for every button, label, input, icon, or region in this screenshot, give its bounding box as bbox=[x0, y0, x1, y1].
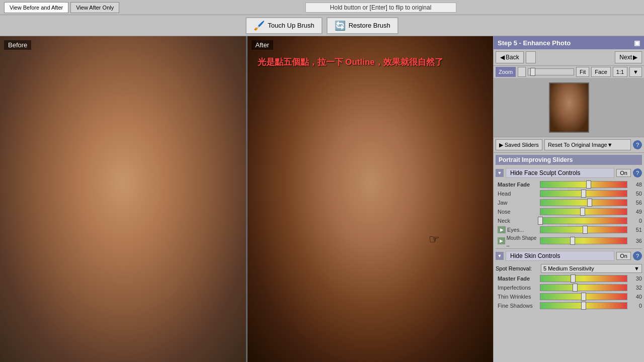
reset-dropdown-button[interactable]: Reset To Original Image ▼ bbox=[544, 139, 631, 150]
skin-on-button[interactable]: On bbox=[616, 252, 631, 260]
step-resize-icon[interactable]: ▣ bbox=[634, 39, 640, 47]
neck-row: Neck 0 bbox=[496, 217, 642, 224]
before-label: Before bbox=[4, 40, 31, 50]
saved-sliders-button[interactable]: ▶ Saved Sliders bbox=[496, 139, 542, 150]
eyes-track[interactable] bbox=[540, 226, 627, 233]
restore-icon: 🔄 bbox=[335, 20, 346, 31]
dropdown-arrow-icon: ▼ bbox=[607, 142, 613, 148]
skin-label: Hide Skin Controls bbox=[506, 251, 614, 261]
skin-collapse-button[interactable]: ▼ bbox=[496, 252, 504, 260]
skin-help[interactable]: ? bbox=[633, 251, 642, 260]
zoom-more-button[interactable]: ▼ bbox=[629, 67, 642, 77]
neck-value: 0 bbox=[629, 218, 642, 224]
master-fade2-thumb[interactable] bbox=[571, 275, 576, 283]
fine-shadows-thumb[interactable] bbox=[581, 302, 586, 310]
head-value: 50 bbox=[629, 191, 642, 197]
imperfections-thumb[interactable] bbox=[573, 284, 578, 292]
skin-section-header: ▼ Hide Skin Controls On ? bbox=[496, 251, 642, 261]
jaw-track[interactable] bbox=[540, 199, 627, 206]
zoom-slider-track[interactable] bbox=[528, 68, 574, 75]
master-fade-value: 48 bbox=[629, 182, 642, 188]
thumbnail-image bbox=[549, 82, 589, 133]
imperfections-label: Imperfections bbox=[498, 285, 538, 291]
fine-shadows-row: Fine Shadows 0 bbox=[496, 302, 642, 309]
thin-wrinkles-track[interactable] bbox=[540, 293, 627, 300]
face-sculpt-on-button[interactable]: On bbox=[616, 169, 631, 177]
zoom-bar: Zoom Fit Face 1:1 ▼ bbox=[494, 66, 644, 78]
imperfections-track[interactable] bbox=[540, 284, 627, 291]
eyes-thumb[interactable] bbox=[583, 226, 588, 234]
fit-button[interactable]: Fit bbox=[576, 67, 589, 77]
head-thumb[interactable] bbox=[581, 190, 586, 198]
play-icon: ▶ bbox=[499, 142, 503, 148]
overlay-text: 光是點五個點，拉一下 Outline，效果就很自然了 bbox=[258, 56, 484, 68]
zoom-label: Zoom bbox=[496, 67, 516, 77]
thin-wrinkles-value: 40 bbox=[629, 294, 642, 300]
mouth-track[interactable] bbox=[540, 237, 627, 244]
thin-wrinkles-row: Thin Wrinkles 40 bbox=[496, 293, 642, 300]
restore-brush-label: Restore Brush bbox=[349, 22, 390, 29]
master-fade-thumb[interactable] bbox=[586, 180, 591, 189]
face-sculpt-section-header: ▼ Hide Face Sculpt Controls On ? bbox=[496, 168, 642, 178]
back-button[interactable]: ◀ Back bbox=[496, 51, 524, 63]
zoom-percent-button[interactable]: 1:1 bbox=[613, 67, 627, 77]
after-label: After bbox=[252, 40, 273, 50]
help-button[interactable]: ? bbox=[633, 140, 642, 149]
after-pane: After 光是點五個點，拉一下 Outline，效果就很自然了 ☞ bbox=[248, 36, 494, 362]
spot-removal-value: 5 Medium Sensitivity bbox=[543, 265, 594, 272]
thumbnail-area bbox=[494, 78, 644, 137]
nose-value: 49 bbox=[629, 209, 642, 215]
mouth-row: ▶ Mouth Shape _ 36 bbox=[496, 235, 642, 246]
hold-message: Hold button or [Enter] to flip to origin… bbox=[305, 3, 456, 13]
mouth-expand-button[interactable]: ▶ bbox=[498, 237, 505, 244]
zoom-slider-thumb[interactable] bbox=[530, 68, 535, 76]
fine-shadows-value: 0 bbox=[629, 303, 642, 309]
unknown-button[interactable] bbox=[526, 51, 536, 63]
nose-thumb[interactable] bbox=[580, 208, 585, 216]
touch-up-brush-button[interactable]: 🖌️ Touch Up Brush bbox=[246, 17, 323, 34]
thin-wrinkles-thumb[interactable] bbox=[581, 293, 586, 301]
master-fade-track[interactable] bbox=[540, 181, 627, 188]
overlay-text-chinese: 光是點五個點，拉一下 Outline，效果就很自然了 bbox=[258, 57, 443, 67]
master-fade2-row: Master Fade 30 bbox=[496, 275, 642, 282]
next-button[interactable]: Next ▶ bbox=[615, 51, 642, 63]
nose-label: Nose bbox=[498, 209, 538, 215]
mouth-sub-label: ▶ Mouth Shape _ bbox=[498, 235, 538, 246]
next-label: Next bbox=[619, 54, 632, 61]
photo-area: Before After 光是點五個點，拉一下 Outline，效果就很自然了 … bbox=[0, 36, 493, 362]
jaw-label: Jaw bbox=[498, 200, 538, 206]
head-row: Head 50 bbox=[496, 190, 642, 197]
view-after-only-button[interactable]: View After Only bbox=[70, 2, 119, 13]
spot-removal-dropdown[interactable]: 5 Medium Sensitivity ▼ bbox=[541, 264, 642, 273]
after-face bbox=[248, 36, 494, 362]
jaw-thumb[interactable] bbox=[587, 199, 592, 207]
reset-label: Reset To Original Image bbox=[548, 142, 607, 148]
fine-shadows-track[interactable] bbox=[540, 302, 627, 309]
eyes-value: 51 bbox=[629, 227, 642, 233]
master-fade2-value: 30 bbox=[629, 276, 642, 282]
main-area: Before After 光是點五個點，拉一下 Outline，效果就很自然了 … bbox=[0, 36, 644, 362]
imperfections-row: Imperfections 32 bbox=[496, 284, 642, 291]
nose-track[interactable] bbox=[540, 208, 627, 215]
master-fade2-label: Master Fade bbox=[498, 276, 538, 282]
zoom-slider-button[interactable] bbox=[518, 67, 526, 77]
face-sculpt-help[interactable]: ? bbox=[633, 168, 642, 177]
mouth-thumb[interactable] bbox=[570, 237, 575, 245]
eyes-expand-button[interactable]: ▶ bbox=[498, 226, 506, 233]
neck-track[interactable] bbox=[540, 217, 627, 224]
sliders-section: Portrait Improving Sliders ▼ Hide Face S… bbox=[494, 153, 644, 313]
neck-thumb[interactable] bbox=[538, 217, 543, 225]
before-pane: Before bbox=[0, 36, 248, 362]
master-fade2-track[interactable] bbox=[540, 275, 627, 282]
face-button[interactable]: Face bbox=[591, 67, 610, 77]
saved-sliders-bar: ▶ Saved Sliders Reset To Original Image … bbox=[494, 137, 644, 153]
jaw-value: 56 bbox=[629, 200, 642, 206]
head-track[interactable] bbox=[540, 190, 627, 197]
view-toolbar: View Before and After View After Only Ho… bbox=[0, 0, 644, 15]
restore-brush-button[interactable]: 🔄 Restore Brush bbox=[327, 17, 398, 34]
view-before-and-after-button[interactable]: View Before and After bbox=[4, 2, 68, 13]
face-sculpt-collapse-button[interactable]: ▼ bbox=[496, 169, 504, 177]
neck-label: Neck bbox=[498, 218, 538, 224]
eyes-sub-label: ▶ Eyes... bbox=[498, 226, 538, 233]
master-fade-row: Master Fade 48 bbox=[496, 181, 642, 188]
